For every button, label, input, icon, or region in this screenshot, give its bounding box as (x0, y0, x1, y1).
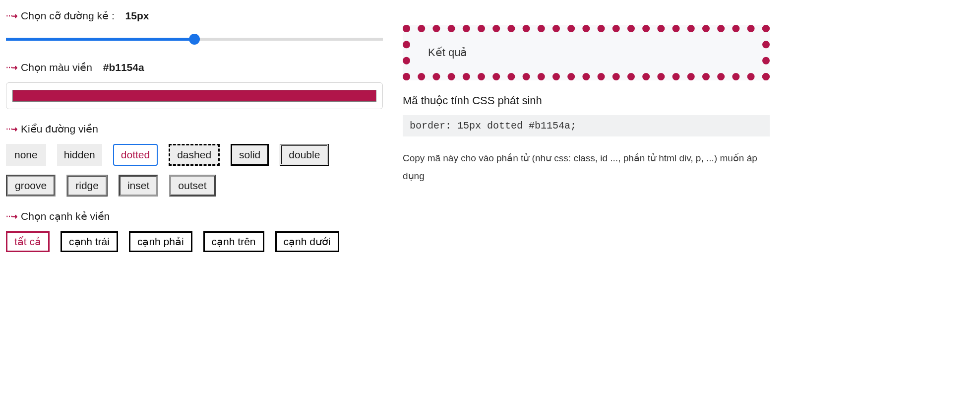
border-style-label: Kiểu đường viền (21, 123, 98, 135)
style-option-groove[interactable]: groove (6, 175, 56, 197)
generated-css-code: border: 15px dotted #b1154a; (403, 115, 770, 136)
side-option-all[interactable]: tất cả (6, 231, 50, 252)
arrow-right-icon: ⋯➜ (6, 64, 17, 71)
border-style-options: nonehiddendotteddashedsoliddoublegroover… (6, 144, 383, 197)
border-size-label: Chọn cỡ đường kẻ : (21, 10, 115, 22)
border-size-slider[interactable] (6, 38, 383, 41)
style-option-ridge[interactable]: ridge (66, 175, 108, 197)
side-option-left[interactable]: cạnh trái (61, 231, 118, 252)
side-option-right[interactable]: cạnh phải (129, 231, 192, 252)
border-size-value: 15px (125, 10, 149, 22)
style-option-none[interactable]: none (6, 144, 46, 166)
result-preview: Kết quả (403, 25, 770, 80)
result-label: Kết quả (428, 46, 467, 59)
style-option-outset[interactable]: outset (169, 175, 215, 197)
border-side-section: ⋯➜ Chọn cạnh kẻ viền tất cảcạnh tráicạnh… (6, 210, 383, 252)
border-color-input[interactable] (11, 88, 377, 104)
border-side-options: tất cảcạnh tráicạnh phảicạnh trêncạnh dư… (6, 231, 383, 252)
border-color-label: Chọn màu viền (21, 62, 92, 73)
border-color-header: ⋯➜ Chọn màu viền #b1154a (6, 62, 383, 73)
style-option-dashed[interactable]: dashed (169, 144, 220, 166)
arrow-right-icon: ⋯➜ (6, 212, 17, 220)
style-option-hidden[interactable]: hidden (57, 144, 102, 166)
side-option-top[interactable]: cạnh trên (203, 231, 264, 252)
generated-css-title: Mã thuộc tính CSS phát sinh (403, 94, 770, 107)
style-option-inset[interactable]: inset (119, 175, 158, 197)
side-option-bottom[interactable]: cạnh dưới (275, 231, 339, 252)
arrow-right-icon: ⋯➜ (6, 125, 17, 133)
generated-css-hint: Copy mã này cho vào phần tử (như css: cl… (403, 149, 770, 185)
border-size-header: ⋯➜ Chọn cỡ đường kẻ : 15px (6, 10, 383, 22)
border-side-label: Chọn cạnh kẻ viền (21, 210, 110, 222)
style-option-double[interactable]: double (280, 144, 329, 166)
style-option-dotted[interactable]: dotted (113, 144, 158, 166)
border-color-section: ⋯➜ Chọn màu viền #b1154a (6, 62, 383, 109)
border-size-section: ⋯➜ Chọn cỡ đường kẻ : 15px (6, 10, 383, 48)
arrow-right-icon: ⋯➜ (6, 12, 17, 20)
style-option-solid[interactable]: solid (231, 144, 269, 166)
border-color-value: #b1154a (103, 62, 144, 73)
border-style-section: ⋯➜ Kiểu đường viền nonehiddendotteddashe… (6, 123, 383, 197)
border-side-header: ⋯➜ Chọn cạnh kẻ viền (6, 210, 383, 222)
border-style-header: ⋯➜ Kiểu đường viền (6, 123, 383, 135)
